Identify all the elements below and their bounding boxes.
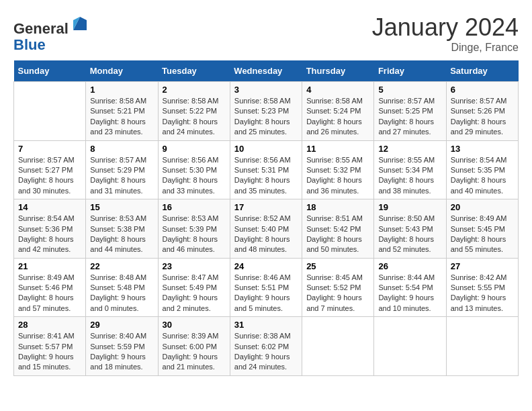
day-info: Sunrise: 8:53 AM Sunset: 5:39 PM Dayligh… — [163, 214, 226, 255]
calendar-table: SundayMondayTuesdayWednesdayThursdayFrid… — [13, 60, 519, 376]
location-text: Dinge, France — [372, 42, 519, 54]
day-info: Sunrise: 8:54 AM Sunset: 5:35 PM Dayligh… — [451, 155, 514, 197]
day-number: 31 — [234, 320, 298, 330]
day-number: 19 — [378, 202, 441, 212]
day-info: Sunrise: 8:57 AM Sunset: 5:29 PM Dayligh… — [90, 155, 153, 197]
day-cell: 17Sunrise: 8:52 AM Sunset: 5:40 PM Dayli… — [230, 199, 302, 259]
day-info: Sunrise: 8:55 AM Sunset: 5:32 PM Dayligh… — [306, 155, 369, 197]
header-day-friday: Friday — [374, 60, 446, 82]
day-cell: 18Sunrise: 8:51 AM Sunset: 5:42 PM Dayli… — [302, 199, 374, 259]
day-info: Sunrise: 8:39 AM Sunset: 6:00 PM Dayligh… — [163, 331, 226, 373]
day-info: Sunrise: 8:53 AM Sunset: 5:38 PM Dayligh… — [90, 214, 153, 255]
page-header: General Blue January 2024 Dinge, France — [13, 13, 519, 54]
day-number: 6 — [451, 85, 514, 95]
day-info: Sunrise: 8:56 AM Sunset: 5:31 PM Dayligh… — [234, 155, 298, 197]
day-info: Sunrise: 8:52 AM Sunset: 5:40 PM Dayligh… — [234, 214, 298, 255]
day-number: 14 — [18, 202, 81, 212]
header-row: SundayMondayTuesdayWednesdayThursdayFrid… — [14, 60, 519, 82]
day-cell: 6Sunrise: 8:57 AM Sunset: 5:26 PM Daylig… — [446, 82, 518, 141]
day-cell: 5Sunrise: 8:57 AM Sunset: 5:25 PM Daylig… — [374, 82, 446, 141]
day-cell: 4Sunrise: 8:58 AM Sunset: 5:24 PM Daylig… — [302, 82, 374, 141]
day-cell: 1Sunrise: 8:58 AM Sunset: 5:21 PM Daylig… — [86, 82, 158, 141]
day-number: 26 — [378, 261, 441, 271]
day-number: 20 — [451, 202, 514, 212]
day-info: Sunrise: 8:49 AM Sunset: 5:45 PM Dayligh… — [451, 214, 514, 255]
day-number: 10 — [234, 144, 298, 154]
day-info: Sunrise: 8:44 AM Sunset: 5:54 PM Dayligh… — [378, 273, 441, 314]
week-row-1: 1Sunrise: 8:58 AM Sunset: 5:21 PM Daylig… — [14, 82, 519, 141]
calendar-body: 1Sunrise: 8:58 AM Sunset: 5:21 PM Daylig… — [14, 82, 519, 376]
day-info: Sunrise: 8:42 AM Sunset: 5:55 PM Dayligh… — [451, 273, 514, 314]
day-number: 7 — [18, 144, 81, 154]
day-cell: 24Sunrise: 8:46 AM Sunset: 5:51 PM Dayli… — [230, 258, 302, 317]
day-info: Sunrise: 8:58 AM Sunset: 5:21 PM Dayligh… — [90, 96, 153, 138]
header-day-saturday: Saturday — [446, 60, 518, 82]
day-number: 15 — [90, 202, 153, 212]
day-number: 2 — [163, 85, 226, 95]
day-cell: 23Sunrise: 8:47 AM Sunset: 5:49 PM Dayli… — [158, 258, 230, 317]
day-info: Sunrise: 8:58 AM Sunset: 5:24 PM Dayligh… — [306, 96, 369, 138]
week-row-3: 14Sunrise: 8:54 AM Sunset: 5:36 PM Dayli… — [14, 199, 519, 259]
header-day-wednesday: Wednesday — [230, 60, 302, 82]
day-number: 13 — [451, 144, 514, 154]
day-number: 30 — [163, 320, 226, 330]
day-number: 24 — [234, 261, 298, 271]
day-cell: 8Sunrise: 8:57 AM Sunset: 5:29 PM Daylig… — [86, 140, 158, 199]
day-info: Sunrise: 8:57 AM Sunset: 5:27 PM Dayligh… — [18, 155, 81, 197]
day-info: Sunrise: 8:58 AM Sunset: 5:22 PM Dayligh… — [163, 96, 226, 138]
day-cell: 9Sunrise: 8:56 AM Sunset: 5:30 PM Daylig… — [158, 140, 230, 199]
day-info: Sunrise: 8:48 AM Sunset: 5:48 PM Dayligh… — [90, 273, 153, 314]
logo: General Blue — [13, 13, 90, 53]
day-number: 1 — [90, 85, 153, 95]
header-day-tuesday: Tuesday — [158, 60, 230, 82]
day-number: 22 — [90, 261, 153, 271]
day-info: Sunrise: 8:45 AM Sunset: 5:52 PM Dayligh… — [306, 273, 369, 314]
day-number: 4 — [306, 85, 369, 95]
day-info: Sunrise: 8:41 AM Sunset: 5:57 PM Dayligh… — [18, 331, 81, 373]
day-number: 8 — [90, 144, 153, 154]
day-number: 11 — [306, 144, 369, 154]
day-number: 27 — [451, 261, 514, 271]
logo-general: General — [13, 20, 69, 37]
day-number: 12 — [378, 144, 441, 154]
day-cell: 2Sunrise: 8:58 AM Sunset: 5:22 PM Daylig… — [158, 82, 230, 141]
day-info: Sunrise: 8:47 AM Sunset: 5:49 PM Dayligh… — [163, 273, 226, 314]
day-info: Sunrise: 8:46 AM Sunset: 5:51 PM Dayligh… — [234, 273, 298, 314]
day-cell: 14Sunrise: 8:54 AM Sunset: 5:36 PM Dayli… — [14, 199, 86, 259]
day-cell — [374, 317, 446, 376]
day-number: 18 — [306, 202, 369, 212]
day-info: Sunrise: 8:55 AM Sunset: 5:34 PM Dayligh… — [378, 155, 441, 197]
day-cell: 21Sunrise: 8:49 AM Sunset: 5:46 PM Dayli… — [14, 258, 86, 317]
day-cell: 31Sunrise: 8:38 AM Sunset: 6:02 PM Dayli… — [230, 317, 302, 376]
day-number: 21 — [18, 261, 81, 271]
day-cell: 20Sunrise: 8:49 AM Sunset: 5:45 PM Dayli… — [446, 199, 518, 259]
week-row-5: 28Sunrise: 8:41 AM Sunset: 5:57 PM Dayli… — [14, 317, 519, 376]
day-number: 28 — [18, 320, 81, 330]
day-number: 25 — [306, 261, 369, 271]
day-info: Sunrise: 8:54 AM Sunset: 5:36 PM Dayligh… — [18, 214, 81, 255]
day-cell: 3Sunrise: 8:58 AM Sunset: 5:23 PM Daylig… — [230, 82, 302, 141]
day-info: Sunrise: 8:58 AM Sunset: 5:23 PM Dayligh… — [234, 96, 298, 138]
logo-text: General Blue — [13, 13, 90, 53]
day-number: 5 — [378, 85, 441, 95]
month-title: January 2024 — [372, 13, 519, 42]
day-cell: 22Sunrise: 8:48 AM Sunset: 5:48 PM Dayli… — [86, 258, 158, 317]
day-info: Sunrise: 8:38 AM Sunset: 6:02 PM Dayligh… — [234, 331, 298, 373]
day-cell: 25Sunrise: 8:45 AM Sunset: 5:52 PM Dayli… — [302, 258, 374, 317]
title-block: January 2024 Dinge, France — [372, 13, 519, 54]
header-day-sunday: Sunday — [14, 60, 86, 82]
day-cell — [14, 82, 86, 141]
header-day-thursday: Thursday — [302, 60, 374, 82]
header-day-monday: Monday — [86, 60, 158, 82]
day-info: Sunrise: 8:49 AM Sunset: 5:46 PM Dayligh… — [18, 273, 81, 314]
day-cell — [446, 317, 518, 376]
day-cell: 16Sunrise: 8:53 AM Sunset: 5:39 PM Dayli… — [158, 199, 230, 259]
day-number: 23 — [163, 261, 226, 271]
day-cell: 30Sunrise: 8:39 AM Sunset: 6:00 PM Dayli… — [158, 317, 230, 376]
day-number: 3 — [234, 85, 298, 95]
day-info: Sunrise: 8:57 AM Sunset: 5:26 PM Dayligh… — [451, 96, 514, 138]
day-cell: 28Sunrise: 8:41 AM Sunset: 5:57 PM Dayli… — [14, 317, 86, 376]
day-cell: 13Sunrise: 8:54 AM Sunset: 5:35 PM Dayli… — [446, 140, 518, 199]
week-row-2: 7Sunrise: 8:57 AM Sunset: 5:27 PM Daylig… — [14, 140, 519, 199]
day-info: Sunrise: 8:40 AM Sunset: 5:59 PM Dayligh… — [90, 331, 153, 373]
